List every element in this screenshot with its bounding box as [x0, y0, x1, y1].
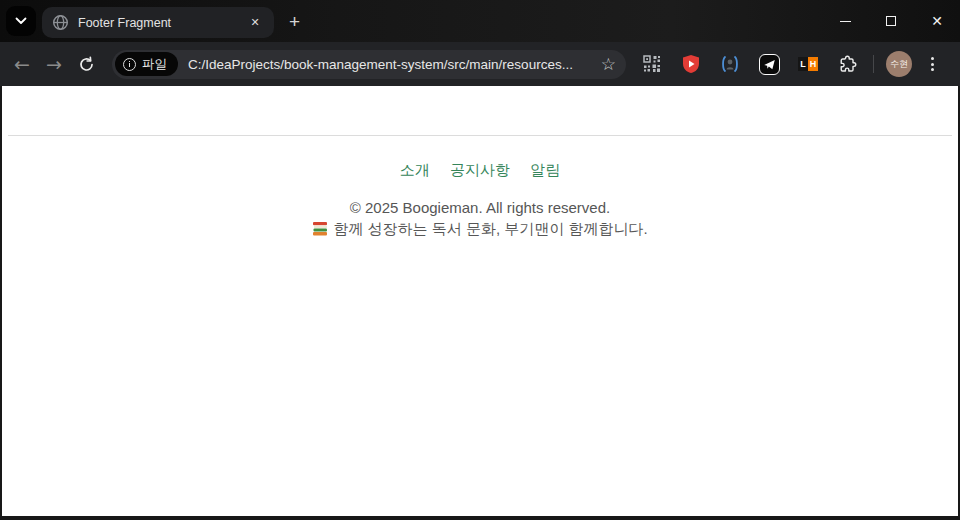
dev-extension-button[interactable] [718, 52, 742, 76]
back-button[interactable]: ← [6, 48, 38, 80]
profile-avatar[interactable]: 수현 [886, 51, 912, 77]
forward-arrow-icon: → [46, 55, 62, 74]
window-controls: ✕ [822, 0, 960, 42]
file-scheme-chip[interactable]: 파일 [115, 52, 178, 76]
footer-links: 소개 공지사항 알림 [8, 161, 952, 180]
maximize-button[interactable] [868, 0, 914, 42]
footer-link-alerts[interactable]: 알림 [530, 161, 560, 178]
kebab-menu-icon [931, 57, 934, 60]
page-content: 소개 공지사항 알림 © 2025 Boogieman. All rights … [2, 86, 958, 516]
toolbar-divider [873, 55, 874, 73]
telegram-extension-button[interactable] [757, 52, 781, 76]
titlebar: Footer Fragment ✕ + ✕ [0, 0, 960, 42]
minimize-button[interactable] [822, 0, 868, 42]
copyright-text: © 2025 Boogieman. All rights reserved. [8, 198, 952, 218]
reload-icon [78, 56, 95, 73]
chevron-down-icon [15, 17, 27, 25]
extensions-area: L H [640, 52, 859, 76]
puzzle-piece-icon [838, 55, 857, 74]
browser-tab[interactable]: Footer Fragment ✕ [42, 7, 274, 38]
new-tab-button[interactable]: + [281, 9, 308, 36]
page-footer: 소개 공지사항 알림 © 2025 Boogieman. All rights … [8, 135, 952, 239]
qr-extension-button[interactable] [640, 52, 664, 76]
qr-code-icon [643, 55, 661, 73]
close-icon: ✕ [931, 14, 943, 28]
address-bar[interactable]: 파일 C:/IdeaProjects/book-management-syste… [112, 50, 626, 79]
browser-menu-button[interactable] [918, 50, 946, 78]
tab-search-button[interactable] [6, 6, 36, 36]
lh-icon: L H [798, 57, 818, 71]
tab-close-icon[interactable]: ✕ [246, 14, 264, 32]
url-text[interactable]: C:/IdeaProjects/book-management-system/s… [188, 57, 593, 72]
file-chip-label: 파일 [142, 56, 167, 73]
info-icon [123, 58, 136, 71]
tagline-text: 함께 성장하는 독서 문화, 부기맨이 함께합니다. [333, 219, 647, 239]
back-arrow-icon: ← [14, 55, 30, 74]
extensions-menu-button[interactable] [835, 52, 859, 76]
browser-window: Footer Fragment ✕ + ✕ ← → 파일 C:/IdeaProj… [0, 0, 960, 520]
profile-initials: 수현 [890, 58, 908, 71]
close-button[interactable]: ✕ [914, 0, 960, 42]
reload-button[interactable] [70, 48, 102, 80]
forward-button[interactable]: → [38, 48, 70, 80]
paper-plane-icon [759, 54, 780, 75]
tab-title: Footer Fragment [78, 16, 246, 30]
footer-link-notice[interactable]: 공지사항 [450, 161, 510, 178]
parentheses-icon [720, 55, 740, 73]
books-emoji [312, 221, 328, 237]
browser-toolbar: ← → 파일 C:/IdeaProjects/book-management-s… [0, 42, 960, 86]
tagline-row: 함께 성장하는 독서 문화, 부기맨이 함께합니다. [8, 219, 952, 239]
lh-extension-button[interactable]: L H [796, 52, 820, 76]
shield-play-icon [681, 54, 701, 74]
adblock-youtube-extension-button[interactable] [679, 52, 703, 76]
minimize-icon [840, 21, 851, 22]
maximize-icon [886, 16, 896, 26]
globe-favicon-icon [52, 14, 69, 31]
footer-link-about[interactable]: 소개 [400, 161, 430, 178]
bookmark-star-icon[interactable]: ☆ [601, 56, 616, 73]
